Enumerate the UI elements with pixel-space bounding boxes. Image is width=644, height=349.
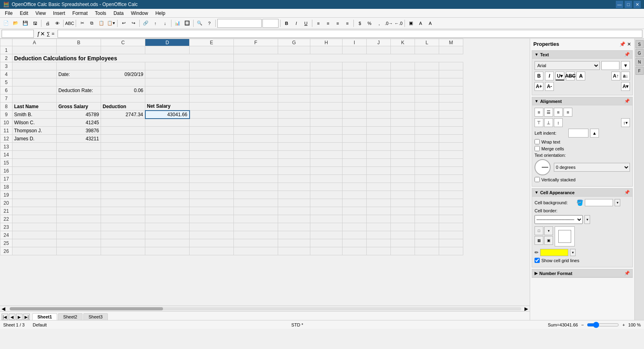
- cell-H24[interactable]: [310, 231, 343, 239]
- prop-font-color-btn[interactable]: A▾: [621, 82, 630, 91]
- cell-L26[interactable]: [415, 247, 439, 255]
- cell-K5[interactable]: [391, 78, 415, 86]
- cell-C22[interactable]: [101, 215, 145, 223]
- row-header-20[interactable]: 20: [0, 199, 12, 207]
- cell-A23[interactable]: [12, 223, 57, 231]
- col-header-I[interactable]: I: [343, 39, 367, 46]
- cell-L21[interactable]: [415, 207, 439, 215]
- undo-btn[interactable]: ↩: [119, 19, 128, 28]
- scroll-right-btn[interactable]: ▶: [523, 306, 530, 312]
- row-header-18[interactable]: 18: [0, 183, 12, 191]
- cell-H22[interactable]: [310, 215, 343, 223]
- prop-font-size-dec-btn[interactable]: A-: [545, 82, 554, 91]
- cell-F12[interactable]: [234, 135, 278, 143]
- cell-L23[interactable]: [415, 223, 439, 231]
- chart-btn[interactable]: 📊: [173, 19, 182, 28]
- formula-input[interactable]: =B9-C9: [58, 30, 642, 38]
- border-color-swatch[interactable]: [540, 249, 568, 256]
- cell-C11[interactable]: [101, 127, 145, 135]
- cell-A5[interactable]: [12, 78, 57, 86]
- prop-section-cell-appearance-header[interactable]: ▼ Cell Appearance 📌: [532, 189, 632, 197]
- cell-J17[interactable]: [367, 175, 391, 183]
- vertically-stacked-checkbox[interactable]: [535, 177, 540, 182]
- zoom-slider[interactable]: [587, 322, 619, 328]
- cell-A20[interactable]: [12, 199, 57, 207]
- cell-K17[interactable]: [391, 175, 415, 183]
- align-right-btn[interactable]: ≡: [333, 19, 342, 28]
- cell-E13[interactable]: [190, 143, 234, 151]
- row-header-9[interactable]: 9: [0, 111, 12, 119]
- cell-K4[interactable]: [391, 70, 415, 78]
- cell-E25[interactable]: [190, 239, 234, 247]
- cell-D4[interactable]: [145, 70, 190, 78]
- sidebar-gallery-icon[interactable]: G: [636, 49, 644, 57]
- indent-input[interactable]: 0 pt: [568, 129, 588, 138]
- open-btn[interactable]: 📂: [11, 19, 20, 28]
- border-all-btn[interactable]: ▦: [535, 236, 543, 245]
- cell-D25[interactable]: [145, 239, 190, 247]
- cell-B13[interactable]: [57, 143, 101, 151]
- help-btn[interactable]: ?: [205, 19, 214, 28]
- cell-I23[interactable]: [343, 223, 367, 231]
- row-header-8[interactable]: 8: [0, 103, 12, 111]
- row-header-11[interactable]: 11: [0, 127, 12, 135]
- align-left-btn[interactable]: ≡: [535, 108, 543, 117]
- cell-G23[interactable]: [278, 223, 310, 231]
- cell-I10[interactable]: [343, 119, 367, 127]
- col-header-E[interactable]: E: [190, 39, 234, 46]
- cell-G15[interactable]: [278, 159, 310, 167]
- cell-K22[interactable]: [391, 215, 415, 223]
- cell-I22[interactable]: [343, 215, 367, 223]
- menu-insert[interactable]: Insert: [50, 10, 68, 17]
- sheet-tab-1[interactable]: Sheet1: [32, 313, 57, 320]
- cell-D9[interactable]: 43041.66: [145, 111, 190, 119]
- cell-I18[interactable]: [343, 183, 367, 191]
- col-header-J[interactable]: J: [367, 39, 391, 46]
- cell-D26[interactable]: [145, 247, 190, 255]
- cell-K20[interactable]: [391, 199, 415, 207]
- cell-B10[interactable]: 41245: [57, 119, 101, 127]
- cell-G19[interactable]: [278, 191, 310, 199]
- horizontal-scrollbar[interactable]: ◀ ▶: [0, 306, 530, 311]
- cell-A12[interactable]: James D.: [12, 135, 57, 143]
- cell-L17[interactable]: [415, 175, 439, 183]
- row-header-23[interactable]: 23: [0, 223, 12, 231]
- cell-E21[interactable]: [190, 207, 234, 215]
- cell-G20[interactable]: [278, 199, 310, 207]
- cell-K8[interactable]: [391, 103, 415, 111]
- cell-I4[interactable]: [343, 70, 367, 78]
- sheet-nav-next[interactable]: ▶: [16, 314, 23, 320]
- cell-H13[interactable]: [310, 143, 343, 151]
- cell-A11[interactable]: Thompson J.: [12, 127, 57, 135]
- cell-appearance-section-pin[interactable]: 📌: [624, 190, 630, 195]
- cell-B18[interactable]: [57, 183, 101, 191]
- cell-H26[interactable]: [310, 247, 343, 255]
- increase-dec-btn[interactable]: .0→: [384, 19, 393, 28]
- cell-A7[interactable]: [12, 94, 57, 103]
- cell-B6[interactable]: Deduction Rate:: [57, 86, 101, 94]
- cell-bg-swatch[interactable]: [585, 199, 613, 206]
- cell-H16[interactable]: [310, 167, 343, 175]
- col-header-H[interactable]: H: [310, 39, 343, 46]
- cell-I9[interactable]: [343, 111, 367, 119]
- row-header-13[interactable]: 13: [0, 143, 12, 151]
- cell-D12[interactable]: [145, 135, 190, 143]
- orientation-dial[interactable]: [535, 159, 551, 175]
- font-size-input[interactable]: 16: [262, 19, 279, 28]
- cell-D1[interactable]: [145, 46, 190, 54]
- cell-M15[interactable]: [439, 159, 463, 167]
- cell-E12[interactable]: [190, 135, 234, 143]
- cell-K1[interactable]: [391, 46, 415, 54]
- cell-K6[interactable]: [391, 86, 415, 94]
- cell-F8[interactable]: [234, 103, 278, 111]
- cell-A14[interactable]: [12, 151, 57, 159]
- cell-H17[interactable]: [310, 175, 343, 183]
- zoom-in-icon[interactable]: +: [622, 322, 625, 327]
- thousand-sep-btn[interactable]: ,: [375, 19, 384, 28]
- title-controls[interactable]: — □ ✕: [616, 1, 641, 8]
- cell-D17[interactable]: [145, 175, 190, 183]
- cell-L16[interactable]: [415, 167, 439, 175]
- cell-M4[interactable]: [439, 70, 463, 78]
- percent-btn[interactable]: %: [365, 19, 374, 28]
- cell-F22[interactable]: [234, 215, 278, 223]
